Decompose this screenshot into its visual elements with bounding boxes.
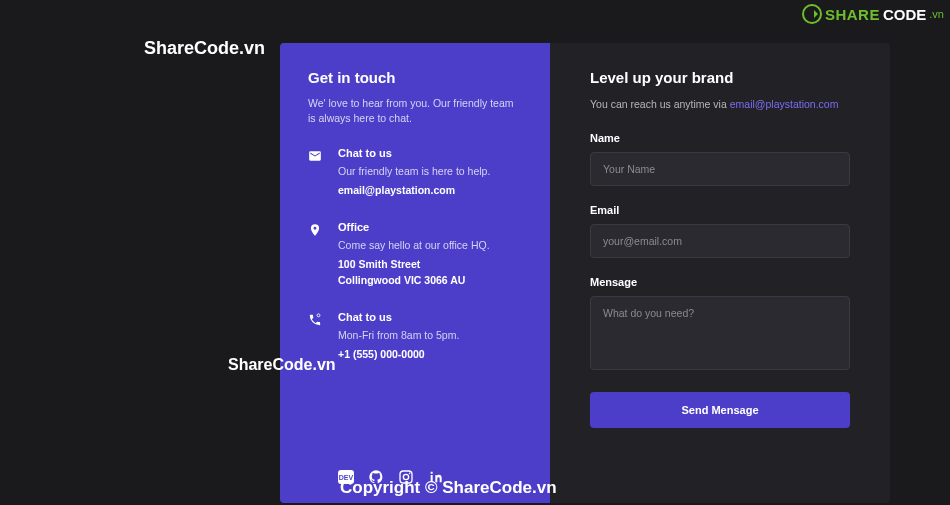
github-icon[interactable] [368,469,384,485]
chat-email: email@playstation.com [338,183,490,199]
chat-text: Chat to us Our friendly team is here to … [338,147,490,199]
form-title: Level up your brand [590,69,850,86]
mail-icon [308,147,324,199]
info-title: Get in touch [308,69,522,86]
office-heading: Office [338,221,490,233]
logo-vn: .vn [929,8,944,20]
svg-point-3 [409,473,411,475]
watermark-text: ShareCode.vn [144,38,265,59]
chat-block: Chat to us Our friendly team is here to … [308,147,522,199]
submit-button[interactable]: Send Mensage [590,392,850,428]
form-subtitle: You can reach us anytime via email@plays… [590,98,850,110]
logo-code: CODE [883,6,926,23]
location-icon [308,221,324,289]
office-line2: Collingwood VIC 3066 AU [338,273,490,289]
phone-number: +1 (555) 000-0000 [338,347,459,363]
recycle-icon [802,4,822,24]
logo-share: SHARE [825,6,880,23]
form-subtitle-link[interactable]: email@playstation.com [730,98,839,110]
name-label: Name [590,132,850,144]
watermark-logo: SHARECODE.vn [802,4,944,24]
office-block: Office Come say hello at our office HQ. … [308,221,522,289]
name-input[interactable] [590,152,850,186]
phone-heading: Chat to us [338,311,459,323]
contact-card: Get in touch We' love to hear from you. … [280,43,890,503]
message-input[interactable] [590,296,850,370]
phone-block: Chat to us Mon-Fri from 8am to 5pm. +1 (… [308,311,522,363]
dev-icon[interactable]: DEV [338,469,354,485]
form-panel: Level up your brand You can reach us any… [550,43,890,503]
email-input[interactable] [590,224,850,258]
instagram-icon[interactable] [398,469,414,485]
svg-point-0 [317,314,320,317]
office-desc: Come say hello at our office HQ. [338,239,490,251]
linkedin-icon[interactable] [428,469,444,485]
message-label: Mensage [590,276,850,288]
chat-heading: Chat to us [338,147,490,159]
info-panel: Get in touch We' love to hear from you. … [280,43,550,503]
form-subtitle-text: You can reach us anytime via [590,98,730,110]
email-label: Email [590,204,850,216]
phone-desc: Mon-Fri from 8am to 5pm. [338,329,459,341]
social-links: DEV [308,469,522,485]
svg-point-2 [403,474,408,479]
office-text: Office Come say hello at our office HQ. … [338,221,490,289]
chat-desc: Our friendly team is here to help. [338,165,490,177]
info-subtitle: We' love to hear from you. Our friendly … [308,96,522,125]
phone-icon [308,311,324,363]
office-line1: 100 Smith Street [338,257,490,273]
phone-text: Chat to us Mon-Fri from 8am to 5pm. +1 (… [338,311,459,363]
